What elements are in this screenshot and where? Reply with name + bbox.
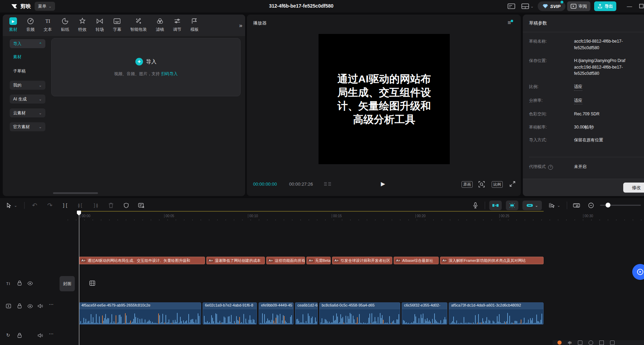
text-clip-badge-icon: A≡ (395, 259, 401, 262)
media-tab-5[interactable]: 转场 (96, 17, 104, 33)
media-tab-9[interactable]: 调节 (173, 17, 181, 33)
media-tab-0[interactable]: ▶素材 (9, 17, 17, 33)
proxy-value: 未开启 (574, 163, 587, 170)
timeline-ruler[interactable]: 00:0000:0500:1000:1500:2000:2500:30 (0, 212, 644, 221)
param-value[interactable]: 适应 (574, 83, 582, 91)
cover-button[interactable]: 封面 (60, 276, 75, 291)
audio-clip-6[interactable]: af5ca73f-dc1d-4da9-a601-3c2d6cb48092 (449, 302, 544, 325)
minimize-button[interactable]: — (625, 3, 634, 9)
preview-axis-toggle[interactable]: ⌄ (546, 200, 563, 211)
lock-icon[interactable] (17, 281, 22, 286)
play-button[interactable]: ▶ (381, 180, 385, 187)
mark-button[interactable] (121, 200, 131, 211)
text-clip-0[interactable]: A≡通过AI驱动的网站布局生成、交互组件设计、矢量绘图升级和 (79, 257, 205, 264)
text-clip-6[interactable]: A≡深入解析Framer新功能的技术亮点及其对网站 (440, 257, 544, 264)
review-button[interactable]: 审阅 (567, 1, 590, 11)
audio-clip-0[interactable]: 4f5ace5f-ee5e-4579-ab95-2655fc810c2e (79, 302, 201, 325)
more-icon[interactable]: ⋯ (49, 331, 54, 336)
redo-button[interactable]: ↷ (45, 200, 55, 211)
undo-button[interactable]: ↶ (29, 200, 40, 211)
sidebar-item-subdraft[interactable]: 子草稿 (13, 68, 26, 74)
split-left-button[interactable]: ≬[ (75, 200, 86, 211)
param-value[interactable]: 适应 (574, 97, 582, 105)
sidebar-item-material[interactable]: 素材 (13, 54, 21, 60)
media-tab-3[interactable]: 贴纸 (61, 17, 69, 33)
slider-handle[interactable] (606, 203, 610, 207)
media-tab-8[interactable]: 滤镜 (156, 17, 164, 33)
import-dropzone[interactable]: + 导入 视频、音频、图片，支持 扫码导入 (51, 38, 241, 96)
timeline-settings-button[interactable] (571, 200, 582, 211)
layout-list-button[interactable] (508, 3, 515, 9)
taskbar-icon[interactable] (578, 340, 582, 345)
audio-clip-3[interactable]: cea6b1d2-6 (295, 302, 318, 325)
record-audio-button[interactable] (470, 200, 481, 211)
player-panel: 播放器 ≡ 通过AI驱动的网站布局生成、交互组件设计、矢量绘图升级和高级分析工具… (247, 15, 521, 196)
taskbar[interactable]: 中 (553, 340, 644, 345)
magnet-icon (492, 203, 499, 207)
ime-indicator[interactable]: 中 (568, 340, 572, 345)
media-tab-2[interactable]: TI文本 (44, 17, 52, 33)
text-clip-1[interactable]: A≡显著降低了网站创建的成本 (206, 257, 265, 264)
sidebar-group-2[interactable]: 云素材⌄ (10, 108, 45, 117)
loop-icon[interactable]: ↻ (6, 333, 10, 338)
split-button[interactable]: ][ (60, 200, 70, 211)
modify-button[interactable]: 修改 (623, 183, 644, 193)
maximize-button[interactable] (639, 4, 644, 8)
scan-import-link[interactable]: 扫码导入 (161, 71, 178, 76)
magnet-toggle[interactable] (489, 201, 502, 210)
autosnap-toggle[interactable] (506, 201, 518, 210)
audio-clip-4[interactable]: bc8c6a6d-0c5c-4558-95a4-d65 (319, 302, 400, 325)
split-right-button[interactable]: ]≬ (90, 200, 101, 211)
ratio-button[interactable]: 比例 (492, 181, 503, 188)
menu-button[interactable]: 菜单 ⌄ (35, 2, 55, 11)
text-clip-2[interactable]: A≡这些功能面向所有 (266, 257, 305, 264)
media-tab-6[interactable]: 字幕 (113, 17, 121, 33)
zoom-out-button[interactable] (586, 200, 596, 211)
expand-tabs-button[interactable]: » (239, 22, 242, 29)
media-tab-7[interactable]: 智能包装 (130, 17, 147, 33)
delete-button[interactable] (106, 200, 116, 211)
eye-icon[interactable] (27, 281, 33, 285)
svip-button[interactable]: SVIP (538, 1, 565, 11)
sidebar-import-header[interactable]: 导入 ⌄ (10, 39, 45, 48)
taskbar-icon[interactable] (589, 340, 593, 345)
film-icon[interactable] (89, 281, 95, 286)
info-icon[interactable]: ? (548, 165, 553, 170)
caption-edit-button[interactable] (136, 200, 146, 211)
player-menu-button[interactable]: ≡ (508, 19, 511, 26)
export-button[interactable]: 导出 (594, 1, 616, 11)
audio-clip-2[interactable]: efe9bb09-4449-45 (259, 302, 294, 325)
import-button[interactable]: + 导入 (52, 58, 240, 65)
zoom-slider[interactable] (600, 205, 641, 206)
speaker-icon[interactable] (38, 333, 43, 338)
zoom-fit-button[interactable] (478, 181, 485, 188)
fullscreen-button[interactable] (509, 181, 516, 187)
taskbar-app-icon[interactable] (557, 340, 562, 345)
param-value: accfc19d-8812-4f6b-be17- fe525c0df580 (574, 38, 623, 51)
link-toggle[interactable]: ⌄ (522, 201, 542, 210)
media-tab-10[interactable]: 模板 (190, 17, 199, 33)
sidebar-group-0[interactable]: 我的⌄ (10, 81, 45, 90)
capcut-logo-icon (10, 2, 18, 10)
original-quality-button[interactable]: 原画 (462, 181, 473, 188)
sidebar-group-1[interactable]: AI 生成⌄ (10, 95, 45, 104)
text-clip-5[interactable]: A≡AIbase综合最新社 (394, 257, 439, 264)
app-logo: 剪映 (10, 2, 31, 10)
review-screen-icon (571, 4, 576, 9)
taskbar-icon[interactable] (599, 340, 604, 345)
video-canvas[interactable]: 通过AI驱动的网站布局生成、交互组件设计、矢量绘图升级和高级分析工具 (319, 34, 450, 164)
media-tab-1[interactable]: 音频 (26, 17, 35, 33)
layout-toggle-button[interactable]: ⌄ (521, 3, 534, 9)
timeline-panel: ⌄ ↶ ↷ ][ ≬[ ]≬ (0, 198, 644, 345)
lock-icon[interactable] (17, 333, 22, 338)
horizontal-scrollbar[interactable] (53, 192, 98, 194)
taskbar-icon[interactable] (610, 340, 615, 345)
media-tab-4[interactable]: 特效 (78, 17, 87, 33)
sidebar-group-3[interactable]: 官方素材⌄ (10, 122, 45, 131)
segment-list-button[interactable] (324, 182, 331, 187)
audio-clip-1[interactable]: 6e02c1a9-b7e2-4abd-91f6-8 (203, 302, 257, 325)
text-clip-3[interactable]: A≡无需Beta (306, 257, 331, 264)
audio-clip-5[interactable]: c6c56f32-e355-4d02- (402, 302, 447, 325)
text-clip-4[interactable]: A≡引发全球设计师和开发者社区 (332, 257, 392, 264)
select-tool-button[interactable]: ⌄ (4, 200, 19, 211)
